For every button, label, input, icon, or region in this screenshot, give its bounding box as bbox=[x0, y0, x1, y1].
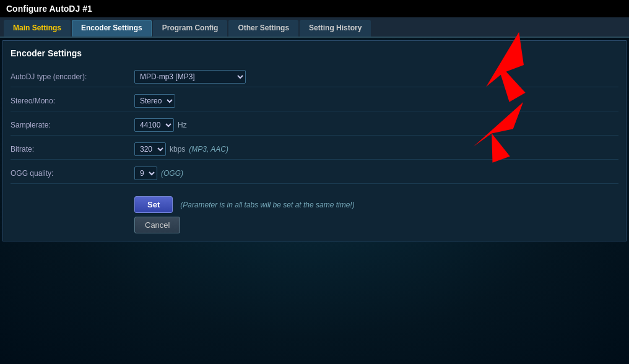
cancel-button[interactable]: Cancel bbox=[134, 217, 180, 233]
form-row-samplerate: Samplerate:441002205011025Hz bbox=[11, 115, 618, 136]
unit-bitrate: kbps bbox=[170, 145, 185, 154]
label-autodj-type: AutoDJ type (encoder): bbox=[11, 72, 134, 81]
unit-samplerate: Hz bbox=[178, 121, 187, 129]
control-stereo-mono: StereoMono bbox=[134, 94, 175, 108]
select-ogg-quality[interactable]: 987654321 bbox=[134, 167, 157, 180]
form-row-bitrate: Bitrate:3202561921289664kbps(MP3, AAC) bbox=[11, 139, 618, 160]
form-row-ogg-quality: OGG quality:987654321(OGG) bbox=[11, 163, 618, 184]
select-stereo-mono[interactable]: StereoMono bbox=[134, 94, 175, 108]
form-row-autodj-type: AutoDJ type (encoder):MPD-mp3 [MP3]MPD-o… bbox=[11, 67, 618, 87]
window-title: Configure AutoDJ #1 bbox=[0, 0, 629, 17]
control-bitrate: 3202561921289664kbps(MP3, AAC) bbox=[134, 142, 228, 156]
label-ogg-quality: OGG quality: bbox=[11, 169, 134, 178]
hint-bitrate: (MP3, AAC) bbox=[189, 145, 228, 154]
set-note: (Parameter is in all tabs will be set at… bbox=[180, 201, 354, 209]
tab-setting-history[interactable]: Setting History bbox=[300, 20, 371, 37]
select-autodj-type[interactable]: MPD-mp3 [MP3]MPD-ogg [OGG]MPD-aac [AAC] bbox=[134, 70, 246, 84]
tab-main-settings[interactable]: Main Settings bbox=[4, 20, 71, 37]
tab-bar: Main SettingsEncoder SettingsProgram Con… bbox=[0, 17, 629, 38]
form-rows: AutoDJ type (encoder):MPD-mp3 [MP3]MPD-o… bbox=[11, 67, 618, 184]
main-content: Encoder Settings AutoDJ type (encoder):M… bbox=[2, 40, 627, 241]
label-bitrate: Bitrate: bbox=[11, 145, 134, 154]
select-bitrate[interactable]: 3202561921289664 bbox=[134, 142, 166, 156]
control-samplerate: 441002205011025Hz bbox=[134, 118, 187, 132]
set-button[interactable]: Set bbox=[134, 196, 173, 213]
control-ogg-quality: 987654321(OGG) bbox=[134, 167, 183, 180]
label-stereo-mono: Stereo/Mono: bbox=[11, 97, 134, 105]
tab-other-settings[interactable]: Other Settings bbox=[228, 20, 298, 37]
button-area: Set (Parameter is in all tabs will be se… bbox=[11, 196, 618, 213]
tab-program-config[interactable]: Program Config bbox=[153, 20, 228, 37]
control-autodj-type: MPD-mp3 [MP3]MPD-ogg [OGG]MPD-aac [AAC] bbox=[134, 70, 246, 84]
tab-encoder-settings[interactable]: Encoder Settings bbox=[72, 20, 152, 37]
form-row-stereo-mono: Stereo/Mono:StereoMono bbox=[11, 91, 618, 111]
hint-ogg-quality: (OGG) bbox=[161, 169, 183, 178]
section-title: Encoder Settings bbox=[11, 48, 618, 58]
label-samplerate: Samplerate: bbox=[11, 121, 134, 129]
select-samplerate[interactable]: 441002205011025 bbox=[134, 118, 174, 132]
